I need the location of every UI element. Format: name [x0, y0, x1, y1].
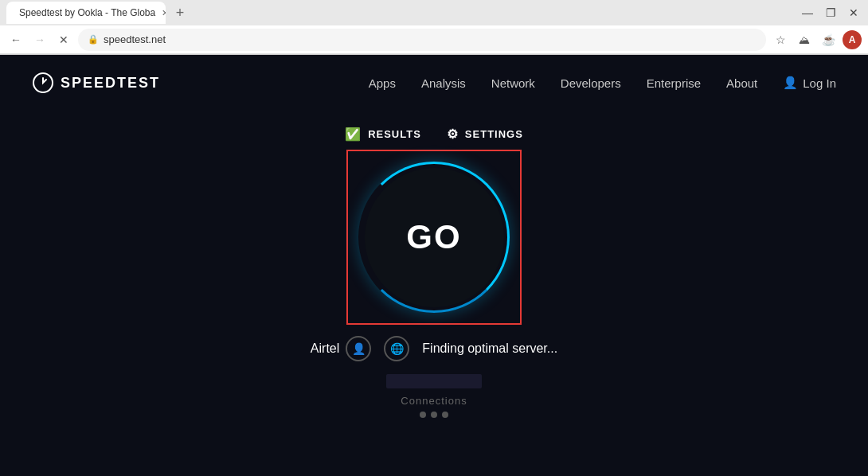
results-button[interactable]: ✅ RESULTS: [345, 127, 421, 142]
server-location: Finding optimal server...: [422, 341, 557, 356]
maximize-button[interactable]: ❐: [823, 5, 839, 21]
connection-dot-1: [420, 412, 426, 418]
isp-person-icon: 👤: [346, 336, 371, 361]
address-right-icons: ☆ ⛰ ☕ A: [771, 30, 862, 49]
settings-label: SETTINGS: [465, 128, 523, 140]
reload-button[interactable]: ✕: [54, 30, 73, 49]
nav-analysis[interactable]: Analysis: [421, 76, 466, 90]
go-label: GO: [406, 218, 461, 256]
nav-enterprise[interactable]: Enterprise: [647, 76, 701, 90]
tab-title: Speedtest by Ookla - The Globa: [19, 7, 155, 18]
logo-text: SPEEDTEST: [61, 75, 160, 92]
tab-close-button[interactable]: ✕: [162, 8, 166, 18]
connection-dot-2: [431, 412, 437, 418]
login-label: Log In: [803, 76, 836, 90]
tab-bar: Speedtest by Ookla - The Globa ✕ + — ❐ ✕: [0, 0, 868, 25]
logo-icon: [32, 72, 54, 94]
profile-avatar[interactable]: A: [843, 30, 862, 49]
checkmark-icon: ✅: [345, 127, 362, 142]
new-tab-button[interactable]: +: [169, 2, 191, 24]
nav-network[interactable]: Network: [491, 76, 535, 90]
redacted-info: [386, 374, 482, 388]
person-icon: 👤: [783, 76, 798, 90]
settings-button[interactable]: ⚙ SETTINGS: [447, 127, 523, 142]
nav-about[interactable]: About: [726, 76, 757, 90]
finding-text: Finding optimal server...: [422, 341, 557, 356]
nav-links: Apps Analysis Network Developers Enterpr…: [369, 76, 836, 90]
connections-dots: [420, 412, 448, 418]
login-button[interactable]: 👤 Log In: [783, 76, 836, 90]
site-logo[interactable]: SPEEDTEST: [32, 72, 160, 94]
nav-developers[interactable]: Developers: [561, 76, 621, 90]
server-info: Airtel 👤 🌐 Finding optimal server...: [311, 336, 557, 361]
server-isp: Airtel 👤: [311, 336, 371, 361]
close-window-button[interactable]: ✕: [846, 5, 862, 21]
minimize-button[interactable]: —: [799, 5, 816, 21]
url-text: speedtest.net: [104, 33, 166, 45]
gear-icon: ⚙: [447, 127, 459, 142]
action-bar: ✅ RESULTS ⚙ SETTINGS: [345, 127, 523, 142]
bookmark-button[interactable]: ☆: [771, 30, 790, 49]
active-tab[interactable]: Speedtest by Ookla - The Globa ✕: [6, 2, 166, 24]
isp-name: Airtel: [311, 341, 339, 356]
connection-dot-3: [442, 412, 448, 418]
puzzle-icon[interactable]: ☕: [819, 30, 838, 49]
go-button[interactable]: GO: [365, 168, 504, 307]
main-area: ✅ RESULTS ⚙ SETTINGS GO Airtel 👤 🌐: [0, 111, 868, 476]
address-bar: ← → ✕ 🔒 speedtest.net ☆ ⛰ ☕ A: [0, 25, 868, 54]
go-button-container: GO: [354, 158, 514, 317]
results-label: RESULTS: [368, 128, 421, 140]
globe-icon: 🌐: [384, 336, 409, 361]
lock-icon: 🔒: [88, 34, 99, 45]
site-nav: SPEEDTEST Apps Analysis Network Develope…: [0, 55, 868, 111]
extensions-button[interactable]: ⛰: [795, 30, 814, 49]
connections-label: Connections: [401, 395, 467, 407]
forward-button[interactable]: →: [30, 30, 49, 49]
window-controls: — ❐ ✕: [799, 5, 862, 21]
back-button[interactable]: ←: [6, 30, 25, 49]
nav-apps[interactable]: Apps: [369, 76, 396, 90]
url-bar[interactable]: 🔒 speedtest.net: [78, 29, 766, 51]
browser-chrome: Speedtest by Ookla - The Globa ✕ + — ❐ ✕…: [0, 0, 868, 55]
page-content: SPEEDTEST Apps Analysis Network Develope…: [0, 55, 868, 476]
